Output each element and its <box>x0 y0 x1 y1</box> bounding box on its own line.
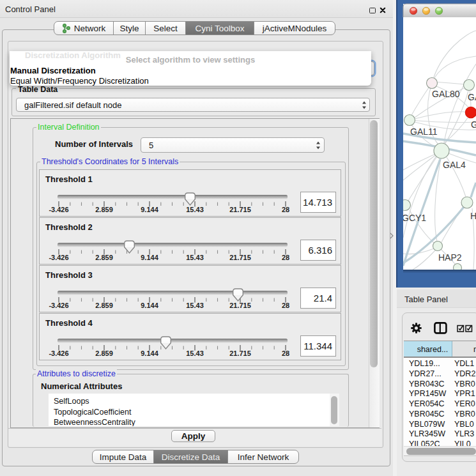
svg-text:GCY1: GCY1 <box>402 213 426 223</box>
svg-text:GAL4: GAL4 <box>443 160 466 170</box>
svg-text:H: H <box>470 211 476 221</box>
svg-text:G: G <box>471 119 476 130</box>
svg-text:GAL11: GAL11 <box>410 127 438 137</box>
svg-text:GAL80: GAL80 <box>432 89 460 99</box>
svg-text:HAP2: HAP2 <box>438 252 462 263</box>
svg-text:GA: GA <box>468 92 476 102</box>
